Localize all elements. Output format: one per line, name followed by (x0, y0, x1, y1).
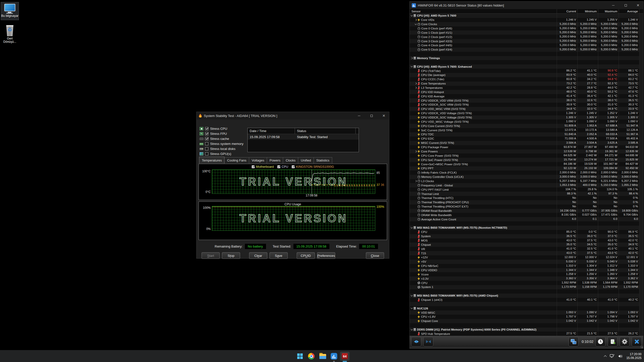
sensor-row[interactable]: CPU PPT FAST Limit104.7 %29.8 %124.0 %10… (410, 187, 643, 192)
scrollbar-track[interactable] (639, 298, 643, 302)
stress-checkbox[interactable] (205, 137, 208, 140)
sensor-row[interactable]: System36.5 °C36.0 °C37.0 °C36.5 °C (410, 234, 643, 238)
scrollbar-track[interactable] (639, 302, 643, 306)
sensor-row[interactable]: Thermal Limit88.3 %42.1 %97.3 %88.4 % (410, 192, 643, 196)
scrollbar-track[interactable] (639, 323, 643, 328)
scrollbar-track[interactable] (639, 111, 643, 115)
stress-option[interactable]: Stress local disks (200, 146, 243, 151)
sensor-row[interactable]: CPU VDDCR_VDD Voltage (SVI3 TFN)1.246 V1… (410, 111, 643, 115)
start-button[interactable]: Start (202, 252, 220, 259)
scrollbar-track[interactable] (639, 328, 643, 332)
sensor-row[interactable]: Core 1 Clock (perf #1/1)5,200.0 MHz5,200… (410, 30, 643, 35)
sensor-row[interactable]: L3 Temperatures42.2 °C28.8 °C44.0 °C42.7… (410, 86, 643, 90)
scrollbar-track[interactable] (639, 196, 643, 200)
scrollbar-track[interactable] (639, 26, 643, 31)
scrollbar-track[interactable] (639, 77, 643, 82)
sensor-row[interactable]: SPD Hub Temperature27.5 °C21.5 °C27.5 °C… (410, 332, 643, 336)
sensor-row[interactable]: CPU VDDCR_SOC VRM (SVI3 TFN)30.9 °C30.0 … (410, 103, 643, 107)
scrollbar-track[interactable] (639, 179, 643, 183)
legend-item[interactable]: Motherboard (252, 165, 274, 169)
sensor-row[interactable]: CPU PPT92.123 W26.193 W109.084 W92.450 W (410, 166, 643, 171)
scrollbar-track[interactable] (639, 260, 643, 264)
scrollbar-track[interactable] (639, 14, 643, 18)
start-button[interactable] (295, 352, 305, 361)
scrollbar-track[interactable] (639, 30, 643, 35)
scrollbar-track[interactable] (639, 192, 643, 196)
scrollbar-track[interactable] (639, 107, 643, 111)
sensor-row[interactable]: CPU85.0 °C0.0 °C90.0 °C86.9 °C (410, 230, 643, 234)
scrollbar-track[interactable] (639, 69, 643, 73)
scrollbar-track[interactable] (639, 153, 643, 158)
scrollbar-track[interactable] (639, 226, 643, 230)
scrollbar-track[interactable] (639, 276, 643, 281)
scrollbar-track[interactable] (639, 238, 643, 243)
tab-statistics[interactable]: Statistics (314, 157, 332, 164)
column-average[interactable]: Average (619, 9, 639, 13)
sensor-row[interactable]: Vcore1.258 V1.256 V1.260 V1.258 V (410, 272, 643, 276)
speaker-icon[interactable] (618, 354, 623, 358)
scrollbar-track[interactable] (639, 90, 643, 94)
expand-chevron-icon[interactable] (411, 57, 413, 59)
sensor-row[interactable]: Core 0 Clock (perf #5/6)5,200.0 MHz5,200… (410, 26, 643, 31)
tab-cooling-fans[interactable]: Cooling Fans (224, 157, 249, 164)
sensor-row[interactable]: CPU Core Current (SVI3 TFN)51.809 A1.953… (410, 124, 643, 128)
scrollbar-track[interactable] (639, 234, 643, 238)
scrollbar-track[interactable] (639, 52, 643, 56)
sensor-row[interactable]: CPU SoC Power (SVI3 TFN)15.754 W13.274 W… (410, 158, 643, 162)
scrollbar-track[interactable] (639, 285, 643, 289)
scrollbar-track[interactable] (639, 221, 643, 226)
sensor-row[interactable]: Chipset35.0 °C34.5 °C35.0 °C34.9 °C (410, 243, 643, 247)
sensor-section-row[interactable]: MSI MAG B650 TOMAHAWK WIFI (MS-7D75) (Nu… (410, 226, 643, 230)
scrollbar-track[interactable] (639, 183, 643, 187)
scrollbar-track[interactable] (639, 103, 643, 107)
scrollbar-track[interactable] (639, 230, 643, 234)
sensor-row[interactable]: CPU (Tctl/Tdie)86.2 °C41.1 °C90.9 °C88.1… (410, 69, 643, 73)
sensor-row[interactable]: Core Temperatures73.2 °C27.7 °C92.3 °C73… (410, 82, 643, 86)
scrollbar-track[interactable] (639, 124, 643, 128)
sensor-row[interactable]: Core Powers12.539 W0.798 W19.361 W12.835… (410, 149, 643, 154)
sensor-row[interactable]: CPU +1.8V1.797 V1.797 V1.798 V1.797 V (410, 315, 643, 319)
legend-checkbox[interactable] (292, 165, 295, 168)
scrollbar-track[interactable] (639, 247, 643, 251)
expand-chevron-icon[interactable] (415, 83, 417, 85)
expand-chevron-icon[interactable] (415, 19, 417, 21)
expand-chevron-icon[interactable] (415, 180, 417, 182)
tab-clocks[interactable]: Clocks (283, 157, 298, 164)
stress-option[interactable]: Stress GPU(s) (200, 151, 243, 156)
sensor-row[interactable]: DRAM Read Bandwidth16.236 GB/s0.777 GB/s… (410, 209, 643, 213)
sensor-row[interactable]: Core 3 Clock (perf #2/3)5,200.0 MHz5,200… (410, 39, 643, 43)
tab-voltages[interactable]: Voltages (249, 157, 267, 164)
close-button[interactable]: ✕ (633, 2, 643, 9)
scrollbar-track[interactable] (639, 94, 643, 98)
scrollbar-track[interactable] (639, 137, 643, 141)
scrollbar-track[interactable] (639, 22, 643, 26)
scrollbar-track[interactable] (639, 56, 643, 60)
expand-chevron-icon[interactable] (415, 87, 417, 89)
scrollbar-track[interactable] (639, 141, 643, 145)
sensor-row[interactable]: CPU Die (average)83.9 °C40.0 °C92.4 °C84… (410, 73, 643, 77)
sensor-row[interactable]: SoC Current (SVI3 TFN)12.072 A10.172 A13… (410, 128, 643, 132)
tray-overflow-chevron-icon[interactable] (604, 355, 607, 358)
expand-columns-button[interactable] (411, 337, 421, 346)
sensor-row[interactable]: VR41.0 °C32.5 °C41.0 °C40.1 °C (410, 247, 643, 251)
scrollbar-track[interactable] (639, 162, 643, 166)
scrollbar-track[interactable] (639, 289, 643, 294)
sensor-row[interactable]: Core 5 Clock (perf #3/4)5,200.0 MHz5,200… (410, 48, 643, 52)
scrollbar-track[interactable] (639, 98, 643, 103)
collapse-chevron-icon[interactable] (415, 23, 417, 25)
scrollbar-track[interactable] (639, 205, 643, 209)
sensor-row[interactable]: Core 2 Clock (perf #1/2)5,200.0 MHz5,200… (410, 35, 643, 39)
column-current[interactable]: Current (557, 9, 577, 13)
scrollbar-track[interactable] (639, 294, 643, 298)
scrollbar-track[interactable] (639, 213, 643, 217)
scrollbar-track[interactable] (639, 255, 643, 260)
sensor-row[interactable]: Infinity Fabric Clock (FCLK)2,000.0 MHz2… (410, 171, 643, 175)
scrollbar-track[interactable] (639, 281, 643, 285)
sensor-section-row[interactable]: MSI MAG B650 TOMAHAWK WIFI (MS-7D75) (AM… (410, 294, 643, 298)
scrollbar-track[interactable] (639, 272, 643, 276)
sensor-row[interactable]: CPU VDD_MISC VRM (SVI3 TFN)34.8 °C32.0 °… (410, 107, 643, 111)
sensor-row[interactable]: VDD MISC1.093 V1.090 V1.094 V1.093 V (410, 310, 643, 315)
scrollbar-track[interactable] (639, 175, 643, 179)
collapse-chevron-icon[interactable] (411, 14, 413, 16)
scrollbar-track[interactable] (639, 35, 643, 39)
